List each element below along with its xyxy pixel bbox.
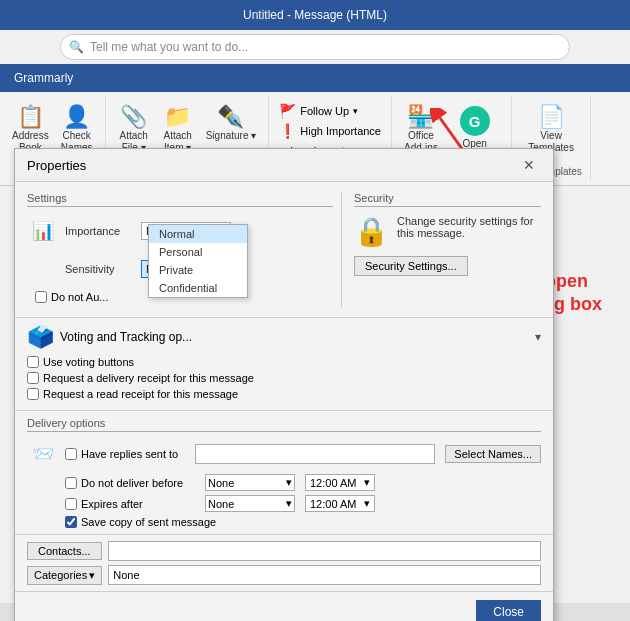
follow-up-icon: 🚩 — [279, 103, 296, 119]
title-bar: Untitled - Message (HTML) — [0, 0, 630, 30]
security-description: Change security settings for this messag… — [397, 215, 541, 239]
categories-row: Categories ▾ — [27, 565, 541, 585]
security-section-title: Security — [354, 192, 541, 207]
delivery-receipt-row: Request a delivery receipt for this mess… — [27, 372, 541, 384]
follow-up-label: Follow Up — [300, 105, 349, 117]
do-not-deliver-chevron: ▾ — [286, 476, 292, 489]
save-copy-checkbox[interactable] — [65, 516, 77, 528]
have-replies-checkbox-row: Have replies sent to — [65, 448, 185, 460]
have-replies-row: Have replies sent to Select Names... — [65, 444, 541, 464]
do-not-deliver-time-value: 12:00 AM — [310, 477, 356, 489]
attach-file-icon: 📎 — [120, 106, 147, 128]
signature-label: Signature ▾ — [206, 130, 257, 142]
do-not-deliver-row: Do not deliver before None ▾ 12:00 AM ▾ — [65, 474, 541, 491]
voting-icon: 🗳️ — [27, 324, 54, 350]
voting-chevron: ▾ — [535, 330, 541, 344]
dialog-body: Settings 📊 Importance Normal ▾ Sensitivi… — [15, 182, 553, 317]
check-names-icon: 👤 — [63, 106, 90, 128]
tab-grammarly[interactable]: Grammarly — [0, 64, 87, 92]
categories-button[interactable]: Categories ▾ — [27, 566, 102, 585]
read-receipt-row: Request a read receipt for this message — [27, 388, 541, 400]
voting-section: 🗳️ Voting and Tracking op... ▾ Use votin… — [15, 317, 553, 410]
do-not-deliver-checkbox[interactable] — [65, 477, 77, 489]
delivery-section-title: Delivery options — [27, 417, 541, 432]
have-replies-label: Have replies sent to — [81, 448, 178, 460]
view-templates-icon: 📄 — [538, 106, 565, 128]
dialog-title-text: Properties — [27, 158, 86, 173]
contacts-button[interactable]: Contacts... — [27, 542, 102, 560]
high-importance-icon: ❗ — [279, 123, 296, 139]
do-not-autoarchive-label: Do not Au... — [51, 291, 108, 303]
categories-chevron: ▾ — [89, 569, 95, 582]
expires-after-checkbox[interactable] — [65, 498, 77, 510]
properties-dialog: Properties ✕ Settings 📊 Importance Norma… — [14, 148, 554, 621]
dialog-close-button[interactable]: ✕ — [517, 155, 541, 175]
expires-after-checkbox-row: Expires after — [65, 498, 195, 510]
title-bar-text: Untitled - Message (HTML) — [0, 8, 630, 22]
select-names-button[interactable]: Select Names... — [445, 445, 541, 463]
sensitivity-label: Sensitivity — [65, 263, 135, 275]
categories-input[interactable] — [108, 565, 541, 585]
importance-label: Importance — [65, 225, 135, 237]
high-importance-button[interactable]: ❗ High Importance — [277, 122, 383, 140]
do-not-deliver-time[interactable]: 12:00 AM ▾ — [305, 474, 375, 491]
sensitivity-spacer — [27, 253, 59, 285]
use-voting-buttons-checkbox[interactable] — [27, 356, 39, 368]
do-not-autoarchive-checkbox[interactable] — [35, 291, 47, 303]
security-settings-button[interactable]: Security Settings... — [354, 256, 468, 276]
delivery-receipt-checkbox[interactable] — [27, 372, 39, 384]
voting-header: 🗳️ Voting and Tracking op... ▾ — [27, 324, 541, 350]
have-replies-checkbox[interactable] — [65, 448, 77, 460]
dropdown-item-normal[interactable]: Normal — [149, 225, 247, 243]
expires-after-time[interactable]: 12:00 AM ▾ — [305, 495, 375, 512]
have-replies-input[interactable] — [195, 444, 435, 464]
delivery-section: Delivery options 📨 Have replies sent to … — [15, 410, 553, 534]
search-placeholder: Tell me what you want to do... — [90, 40, 248, 54]
expires-after-time-chevron: ▾ — [364, 497, 370, 510]
signature-button[interactable]: ✒️ Signature ▾ — [202, 104, 261, 144]
sensitivity-dropdown: Normal Personal Private Confidential — [148, 224, 248, 298]
do-not-deliver-time-chevron: ▾ — [364, 476, 370, 489]
bottom-section: Contacts... Categories ▾ — [15, 534, 553, 591]
do-not-deliver-label: Do not deliver before — [81, 477, 183, 489]
importance-icon: 📊 — [27, 215, 59, 247]
dropdown-item-confidential[interactable]: Confidential — [149, 279, 247, 297]
use-voting-buttons-label: Use voting buttons — [43, 356, 134, 368]
use-voting-buttons-row: Use voting buttons — [27, 356, 541, 368]
expires-after-time-value: 12:00 AM — [310, 498, 356, 510]
security-section: Security 🔒 Change security settings for … — [341, 192, 541, 307]
do-not-deliver-date-select[interactable]: None ▾ — [205, 474, 295, 491]
delivery-icon: 📨 — [27, 438, 59, 470]
save-copy-label: Save copy of sent message — [81, 516, 216, 528]
expires-after-date-select[interactable]: None ▾ — [205, 495, 295, 512]
dialog-footer: Close — [15, 591, 553, 621]
high-importance-label: High Importance — [300, 125, 381, 137]
do-not-deliver-none: None — [208, 477, 234, 489]
expires-after-label: Expires after — [81, 498, 143, 510]
address-book-icon: 📋 — [17, 106, 44, 128]
voting-section-label: Voting and Tracking op... — [60, 330, 192, 344]
expires-after-chevron: ▾ — [286, 497, 292, 510]
follow-up-button[interactable]: 🚩 Follow Up ▾ — [277, 102, 383, 120]
signature-icon: ✒️ — [217, 106, 244, 128]
delivery-receipt-label: Request a delivery receipt for this mess… — [43, 372, 254, 384]
lock-icon: 🔒 — [354, 215, 389, 248]
dialog-title-bar: Properties ✕ — [15, 149, 553, 182]
categories-label: Categories — [34, 569, 87, 581]
dropdown-item-private[interactable]: Private — [149, 261, 247, 279]
attach-item-icon: 📁 — [164, 106, 191, 128]
expires-after-none: None — [208, 498, 234, 510]
save-copy-row: Save copy of sent message — [65, 516, 541, 528]
search-icon: 🔍 — [69, 40, 84, 54]
close-button[interactable]: Close — [476, 600, 541, 621]
do-not-deliver-checkbox-row: Do not deliver before — [65, 477, 195, 489]
ribbon-tabs: Grammarly — [0, 64, 630, 92]
read-receipt-label: Request a read receipt for this message — [43, 388, 238, 400]
settings-section-title: Settings — [27, 192, 333, 207]
ribbon-search-bar[interactable]: 🔍 Tell me what you want to do... — [60, 34, 570, 60]
read-receipt-checkbox[interactable] — [27, 388, 39, 400]
expires-after-row: Expires after None ▾ 12:00 AM ▾ — [65, 495, 541, 512]
dropdown-item-personal[interactable]: Personal — [149, 243, 247, 261]
contacts-input[interactable] — [108, 541, 541, 561]
follow-up-chevron: ▾ — [353, 106, 358, 116]
